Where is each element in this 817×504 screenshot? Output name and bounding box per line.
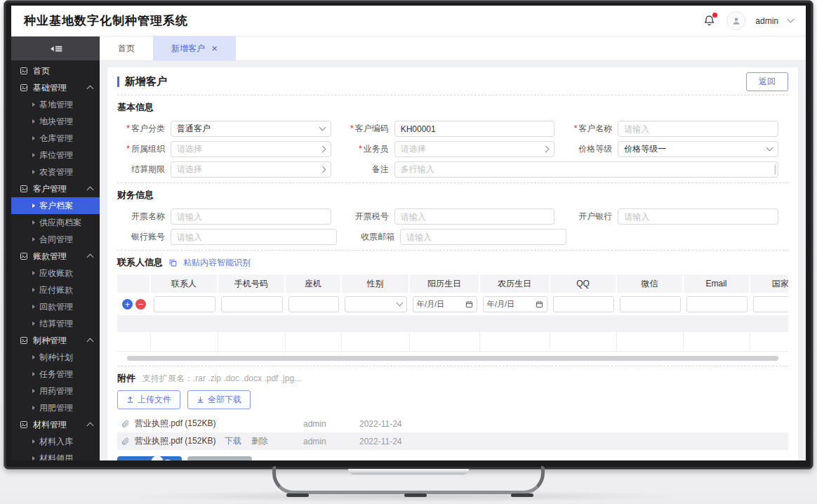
qq-input[interactable] xyxy=(553,296,614,312)
horizontal-scrollbar[interactable] xyxy=(127,356,778,361)
upload-file-button[interactable]: 上传文件 xyxy=(117,390,180,409)
sidebar-item-material-usage[interactable]: 材料领用 xyxy=(11,450,100,460)
delete-file-link[interactable]: 删除 xyxy=(251,435,268,447)
sidebar-collapse-button[interactable] xyxy=(11,37,100,60)
attachment-image-harvester-field[interactable] xyxy=(187,456,252,460)
divider xyxy=(117,183,788,183)
arrow-right-icon xyxy=(32,372,35,376)
stand-foot xyxy=(511,493,533,497)
arrow-right-icon xyxy=(32,389,35,393)
divider xyxy=(117,95,788,95)
remark-textarea[interactable]: 多行输入 xyxy=(394,161,778,178)
wechat-input[interactable] xyxy=(620,296,681,312)
paperclip-icon xyxy=(121,437,130,446)
landline-input[interactable] xyxy=(288,296,339,312)
attachment-image-farm-field[interactable] xyxy=(258,456,322,460)
region-input[interactable] xyxy=(753,296,788,312)
organization-picker[interactable]: 请选择 xyxy=(171,141,331,157)
chevron-right-icon xyxy=(319,166,326,173)
sidebar: 首页 基础管理 基地管理 地块管理 仓库管理 库位管理 农资管理 客户管理 客户… xyxy=(11,37,100,460)
sidebar-item-supplier-archive[interactable]: 供应商档案 xyxy=(11,214,100,231)
contact-input-row: + − 年/月/日 年/月/日 xyxy=(117,293,788,315)
calendar-icon xyxy=(536,300,543,308)
sidebar-item-home[interactable]: 首页 xyxy=(11,62,100,79)
download-file-link[interactable]: 下载 xyxy=(225,435,241,447)
chevron-right-icon xyxy=(319,146,326,153)
sidebar-item-agri-material-mgmt[interactable]: 农资管理 xyxy=(11,164,100,180)
sidebar-item-settlement-mgmt[interactable]: 结算管理 xyxy=(11,315,100,332)
sidebar-item-fertilizer-mgmt[interactable]: 用肥管理 xyxy=(11,399,100,416)
mobile-input[interactable] xyxy=(221,296,283,312)
contact-name-input[interactable] xyxy=(154,296,215,312)
sidebar-group-seed-production-mgmt[interactable]: 制种管理 xyxy=(11,332,100,349)
customer-code-input[interactable] xyxy=(394,121,555,137)
notification-dot xyxy=(712,13,717,18)
tab-home[interactable]: 首页 xyxy=(100,37,153,60)
sidebar-item-plot-mgmt[interactable]: 地块管理 xyxy=(11,113,100,130)
organization-label: *所属组织 xyxy=(117,143,171,155)
sidebar-item-base-mgmt[interactable]: 基地管理 xyxy=(11,96,100,113)
lunar-birthday-input[interactable]: 年/月/日 xyxy=(483,296,547,312)
arrow-right-icon xyxy=(32,119,35,124)
sidebar-item-task-mgmt[interactable]: 任务管理 xyxy=(11,366,100,383)
sidebar-group-material-mgmt[interactable]: 材料管理 xyxy=(11,416,100,433)
add-row-button[interactable]: + xyxy=(122,299,133,310)
settlement-picker[interactable]: 请选择 xyxy=(171,161,331,178)
gender-select[interactable] xyxy=(345,296,407,312)
sidebar-item-customer-archive[interactable]: 客户档案 xyxy=(11,197,100,214)
sidebar-item-receivables[interactable]: 应收账款 xyxy=(11,265,100,281)
arrow-right-icon xyxy=(32,271,35,275)
customer-name-input[interactable] xyxy=(618,121,778,137)
sidebar-group-account-mgmt[interactable]: 账款管理 xyxy=(11,248,100,265)
app-header: 种业基地数字化制种管理系统 admin xyxy=(11,6,806,37)
arrow-right-icon xyxy=(32,355,35,359)
bank-name-input[interactable] xyxy=(618,208,778,225)
attachment-hint: 支持扩展名：.rar .zip .doc .docx .pdf .jpg... xyxy=(142,373,301,385)
customer-type-select[interactable]: 普通客户 xyxy=(171,121,331,137)
paperclip-icon xyxy=(121,419,130,428)
notification-bell-icon[interactable] xyxy=(703,14,717,28)
smart-paste-link[interactable]: 粘贴内容智能识别 xyxy=(183,257,251,269)
download-all-button[interactable]: 全部下载 xyxy=(187,390,251,409)
sidebar-item-repayment-mgmt[interactable]: 回款管理 xyxy=(11,298,100,315)
tab-bar: 首页 新增客户 ✕ xyxy=(100,37,806,61)
sidebar-item-contract-mgmt[interactable]: 合同管理 xyxy=(11,231,100,248)
remove-row-button[interactable]: − xyxy=(135,299,146,310)
tax-number-input[interactable] xyxy=(394,208,555,225)
file-uploader: admin xyxy=(303,419,359,429)
arrow-right-icon xyxy=(32,288,35,292)
avatar[interactable] xyxy=(726,11,745,30)
sidebar-group-basic-mgmt[interactable]: 基础管理 xyxy=(11,79,100,96)
email-input[interactable] xyxy=(686,296,748,312)
tax-number-label: 开票税号 xyxy=(341,211,394,223)
invoice-email-input[interactable] xyxy=(400,229,566,245)
app-screen: 种业基地数字化制种管理系统 admin xyxy=(11,6,806,460)
invoice-name-input[interactable] xyxy=(171,208,331,225)
menu-icon xyxy=(20,420,28,429)
sidebar-item-warehouse-mgmt[interactable]: 仓库管理 xyxy=(11,130,100,147)
arrow-right-icon xyxy=(32,237,35,241)
section-title-basic-info: 基本信息 xyxy=(117,101,788,114)
back-button[interactable]: 返回 xyxy=(746,72,788,91)
sidebar-group-customer-mgmt[interactable]: 客户管理 xyxy=(11,180,100,197)
contacts-table: 联系人 手机号码 座机 性别 阳历生日 农历生日 QQ 微信 Email 国家/… xyxy=(117,274,788,352)
solar-birthday-input[interactable]: 年/月/日 xyxy=(413,296,477,312)
sidebar-item-payables[interactable]: 应付账款 xyxy=(11,281,100,298)
chevron-down-icon xyxy=(397,299,404,306)
salesman-label: *业务员 xyxy=(341,143,394,155)
sidebar-item-location-mgmt[interactable]: 库位管理 xyxy=(11,147,100,164)
username[interactable]: admin xyxy=(755,16,778,26)
user-menu-chevron-icon[interactable] xyxy=(788,16,795,23)
price-level-select[interactable]: 价格等级一 xyxy=(618,141,778,157)
copy-icon xyxy=(168,258,178,267)
tab-new-customer[interactable]: 新增客户 ✕ xyxy=(153,37,236,60)
file-date: 2022-11-24 xyxy=(359,419,444,429)
remark-label: 备注 xyxy=(341,164,394,175)
attachment-image-sky-trees[interactable] xyxy=(117,456,182,460)
close-tab-icon[interactable]: ✕ xyxy=(211,44,218,53)
sidebar-item-pesticide-mgmt[interactable]: 用药管理 xyxy=(11,383,100,399)
sidebar-item-seed-plan[interactable]: 制种计划 xyxy=(11,349,100,366)
sidebar-item-material-inbound[interactable]: 材料入库 xyxy=(11,433,100,450)
salesman-picker[interactable]: 请选择 xyxy=(394,141,555,157)
bank-account-input[interactable] xyxy=(171,229,337,245)
